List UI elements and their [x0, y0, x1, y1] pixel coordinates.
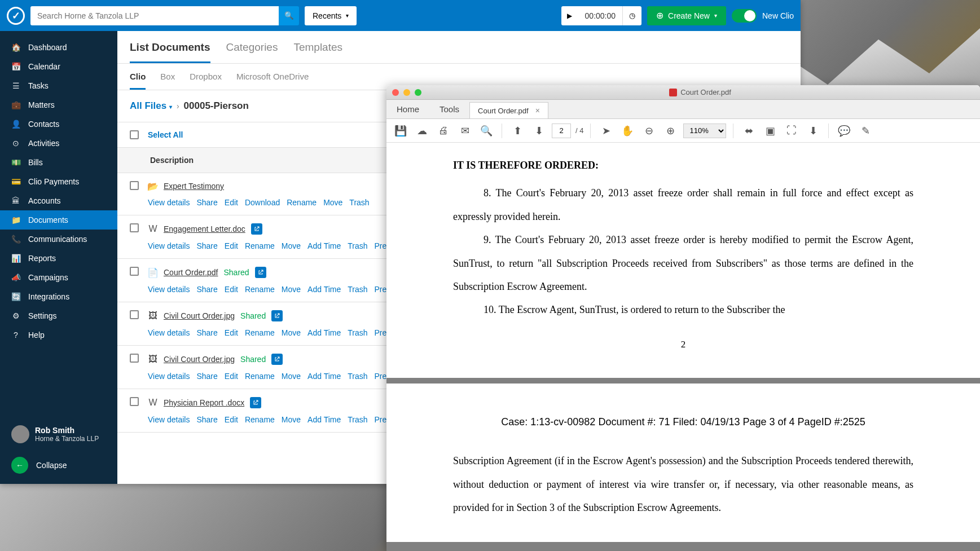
source-tab-microsoft-onedrive[interactable]: Microsoft OneDrive	[236, 72, 309, 90]
external-link-icon[interactable]	[255, 267, 266, 278]
file-action-view-details[interactable]: View details	[148, 415, 190, 424]
file-name-link[interactable]: Expert Testimony	[164, 182, 224, 191]
file-action-add-time[interactable]: Add Time	[307, 328, 341, 337]
recents-button[interactable]: Recents	[305, 6, 357, 25]
comment-icon[interactable]: 💬	[836, 122, 852, 139]
file-action-share[interactable]: Share	[196, 241, 217, 250]
file-action-edit[interactable]: Edit	[225, 285, 238, 294]
sidebar-item-clio-payments[interactable]: 💳Clio Payments	[0, 172, 117, 191]
maximize-icon[interactable]	[415, 89, 421, 96]
file-action-rename[interactable]: Rename	[245, 285, 275, 294]
sidebar-item-dashboard[interactable]: 🏠Dashboard	[0, 38, 117, 57]
select-all-checkbox[interactable]	[130, 130, 139, 139]
collapse-button[interactable]: ← Collapse	[0, 450, 117, 484]
file-action-trash[interactable]: Trash	[348, 415, 367, 424]
timer-clock-button[interactable]: ◷	[622, 6, 641, 25]
file-action-view-details[interactable]: View details	[148, 198, 190, 207]
print-icon[interactable]: 🖨	[435, 122, 452, 139]
pdf-tab-close-icon[interactable]: ×	[535, 106, 540, 115]
hand-icon[interactable]: ✋	[619, 122, 636, 139]
file-action-rename[interactable]: Rename	[245, 372, 275, 381]
sidebar-item-activities[interactable]: ⊙Activities	[0, 134, 117, 153]
external-link-icon[interactable]	[271, 310, 283, 321]
file-name-link[interactable]: Physician Report .docx	[164, 398, 244, 407]
sidebar-item-settings[interactable]: ⚙Settings	[0, 306, 117, 325]
search-icon[interactable]: 🔍	[478, 122, 495, 139]
file-action-add-time[interactable]: Add Time	[307, 372, 341, 381]
source-tab-clio[interactable]: Clio	[130, 72, 146, 90]
file-name-link[interactable]: Court Order.pdf	[164, 268, 218, 277]
page-down-icon[interactable]: ⬇	[530, 122, 547, 139]
file-action-move[interactable]: Move	[323, 198, 342, 207]
external-link-icon[interactable]	[250, 397, 261, 408]
save-icon[interactable]: 💾	[392, 122, 409, 139]
sidebar-item-help[interactable]: ?Help	[0, 325, 117, 345]
sidebar-item-contacts[interactable]: 👤Contacts	[0, 114, 117, 134]
breadcrumb-root[interactable]: All Files	[130, 100, 172, 112]
file-action-view-details[interactable]: View details	[148, 241, 190, 250]
tab-categories[interactable]: Categories	[226, 41, 278, 63]
file-checkbox[interactable]	[130, 310, 139, 319]
timer-play-button[interactable]	[561, 6, 578, 25]
file-name-link[interactable]: Civil Court Order.jpg	[164, 311, 235, 320]
file-action-move[interactable]: Move	[282, 241, 301, 250]
external-link-icon[interactable]	[251, 223, 262, 235]
zoom-out-icon[interactable]: ⊖	[640, 122, 657, 139]
file-action-add-time[interactable]: Add Time	[307, 241, 341, 250]
page-up-icon[interactable]: ⬆	[509, 122, 526, 139]
file-action-add-time[interactable]: Add Time	[307, 285, 341, 294]
file-action-add-time[interactable]: Add Time	[307, 415, 341, 424]
sidebar-item-campaigns[interactable]: 📣Campaigns	[0, 268, 117, 287]
file-checkbox[interactable]	[130, 223, 139, 232]
pdf-tab-tools[interactable]: Tools	[429, 100, 469, 118]
pdf-tab-home[interactable]: Home	[386, 100, 429, 118]
fit-page-icon[interactable]: ▣	[762, 122, 779, 139]
close-icon[interactable]	[392, 89, 399, 96]
file-action-trash[interactable]: Trash	[348, 241, 367, 250]
file-checkbox[interactable]	[130, 267, 139, 276]
file-action-rename[interactable]: Rename	[245, 241, 275, 250]
pointer-icon[interactable]: ➤	[597, 122, 614, 139]
minimize-icon[interactable]	[403, 89, 410, 96]
file-action-rename[interactable]: Rename	[287, 198, 317, 207]
file-action-share[interactable]: Share	[196, 285, 217, 294]
file-action-move[interactable]: Move	[282, 328, 301, 337]
file-action-edit[interactable]: Edit	[225, 372, 238, 381]
fit-width-icon[interactable]: ⬌	[740, 122, 757, 139]
file-action-edit[interactable]: Edit	[225, 415, 238, 424]
create-new-button[interactable]: Create New	[647, 6, 726, 25]
sidebar-item-reports[interactable]: 📊Reports	[0, 249, 117, 268]
file-action-trash[interactable]: Trash	[348, 285, 367, 294]
sidebar-item-communications[interactable]: 📞Communications	[0, 230, 117, 249]
select-all-link[interactable]: Select All	[148, 130, 183, 139]
email-icon[interactable]: ✉	[456, 122, 473, 139]
file-action-trash[interactable]: Trash	[348, 372, 367, 381]
file-checkbox[interactable]	[130, 354, 139, 363]
cloud-icon[interactable]: ☁	[414, 122, 430, 139]
file-action-rename[interactable]: Rename	[245, 415, 275, 424]
file-action-view-details[interactable]: View details	[148, 328, 190, 337]
sign-icon[interactable]: ✎	[857, 122, 874, 139]
tab-list-documents[interactable]: List Documents	[130, 41, 210, 63]
zoom-select[interactable]: 110%	[683, 124, 726, 138]
source-tab-dropbox[interactable]: Dropbox	[190, 72, 222, 90]
fullscreen-icon[interactable]: ⛶	[783, 122, 800, 139]
sidebar-item-bills[interactable]: 💵Bills	[0, 153, 117, 172]
file-action-move[interactable]: Move	[282, 285, 301, 294]
source-tab-box[interactable]: Box	[160, 72, 175, 90]
file-action-view-details[interactable]: View details	[148, 285, 190, 294]
file-action-edit[interactable]: Edit	[225, 241, 238, 250]
sidebar-item-matters[interactable]: 💼Matters	[0, 95, 117, 114]
file-action-edit[interactable]: Edit	[225, 198, 238, 207]
file-name-link[interactable]: Civil Court Order.jpg	[164, 355, 235, 364]
tab-templates[interactable]: Templates	[293, 41, 342, 63]
file-action-share[interactable]: Share	[196, 372, 217, 381]
file-name-link[interactable]: Engagement Letter.doc	[164, 224, 245, 233]
file-action-edit[interactable]: Edit	[225, 328, 238, 337]
pdf-body[interactable]: IT IS THEREFORE ORDERED: 8. The Court's …	[386, 143, 980, 551]
user-block[interactable]: Rob Smith Horne & Tanzola LLP	[0, 418, 117, 450]
file-action-share[interactable]: Share	[196, 328, 217, 337]
download-icon[interactable]: ⬇	[805, 122, 821, 139]
file-action-view-details[interactable]: View details	[148, 372, 190, 381]
sidebar-item-documents[interactable]: 📁Documents	[0, 210, 117, 230]
